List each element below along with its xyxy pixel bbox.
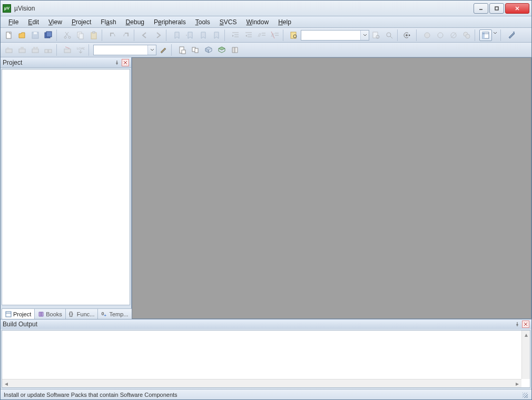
tab-functions[interactable]: {} Func...	[65, 308, 98, 319]
close-button[interactable]	[505, 3, 529, 14]
svg-rect-48	[6, 49, 12, 53]
new-file-button[interactable]	[3, 29, 15, 41]
menu-view[interactable]: View	[45, 17, 66, 27]
maximize-button[interactable]	[489, 3, 504, 14]
batch-build-button[interactable]	[42, 44, 55, 56]
window-title: µVision	[14, 5, 474, 12]
svg-rect-30	[291, 32, 296, 38]
svg-rect-8	[46, 32, 52, 37]
debug-session-button[interactable]	[402, 29, 415, 41]
target-options-button[interactable]	[157, 44, 170, 56]
window-layout-button[interactable]	[479, 29, 492, 41]
find-in-files-button[interactable]	[288, 29, 300, 41]
runtime-env-button[interactable]	[215, 44, 228, 56]
menu-help[interactable]: Help	[274, 17, 295, 27]
comment-button[interactable]: //	[255, 29, 268, 41]
save-button[interactable]	[29, 29, 42, 41]
project-tree[interactable]	[2, 69, 130, 305]
undo-button[interactable]	[106, 29, 119, 41]
save-all-button[interactable]	[42, 29, 55, 41]
chevron-down-icon[interactable]	[147, 45, 156, 55]
menu-window[interactable]: Window	[242, 17, 272, 27]
nav-back-button[interactable]	[139, 29, 151, 41]
menu-edit[interactable]: Edit	[24, 17, 43, 27]
menu-tools[interactable]: Tools	[192, 17, 214, 27]
build-output-text[interactable]: ▴ ◂ ▸	[2, 330, 530, 388]
titlebar[interactable]: µV µVision	[1, 1, 531, 16]
svg-rect-32	[373, 32, 378, 38]
window-layout-dropdown[interactable]	[492, 29, 499, 41]
bookmark-clear-button[interactable]	[210, 29, 223, 41]
bookmark-prev-button[interactable]	[184, 29, 196, 41]
menu-svcs[interactable]: SVCS	[216, 17, 241, 27]
build-output-header[interactable]: Build Output	[1, 319, 531, 329]
close-panel-button[interactable]	[122, 59, 129, 66]
app-window: µV µVision File Edit View Project Flash …	[0, 0, 532, 400]
incremental-find-button[interactable]	[383, 29, 396, 41]
find-next-button[interactable]	[370, 29, 382, 41]
target-combo[interactable]	[93, 45, 156, 55]
svg-line-57	[65, 47, 70, 48]
svg-rect-65	[6, 312, 11, 317]
outdent-button[interactable]	[242, 29, 255, 41]
find-combo[interactable]	[301, 30, 369, 41]
breakpoint-enable-button[interactable]	[434, 29, 447, 41]
breakpoint-kill-button[interactable]	[460, 29, 473, 41]
nav-forward-button[interactable]	[152, 29, 164, 41]
books-icon	[38, 311, 44, 317]
app-icon: µV	[3, 4, 11, 13]
menu-file[interactable]: File	[5, 17, 22, 27]
status-text: Install or update Software Packs that co…	[4, 392, 178, 398]
paste-button[interactable]	[87, 29, 100, 41]
tab-templates[interactable]: 0+ Temp...	[97, 308, 132, 319]
svg-rect-55	[48, 49, 52, 53]
cut-button[interactable]	[61, 29, 74, 41]
pack-installer-button[interactable]	[202, 44, 215, 56]
menu-project[interactable]: Project	[68, 17, 95, 27]
bookmark-toggle-button[interactable]	[171, 29, 183, 41]
close-panel-button[interactable]	[522, 321, 529, 328]
indent-button[interactable]	[229, 29, 242, 41]
svg-rect-49	[19, 49, 25, 53]
functions-icon: {}	[69, 311, 75, 317]
manage-multi-button[interactable]	[189, 44, 202, 56]
configure-button[interactable]	[505, 29, 518, 41]
pin-icon[interactable]	[514, 321, 521, 328]
svg-text://: //	[258, 33, 262, 38]
tab-books[interactable]: Books	[34, 308, 66, 319]
menu-debug[interactable]: Debug	[122, 17, 148, 27]
scroll-up-icon[interactable]: ▴	[522, 331, 530, 339]
copy-button[interactable]	[74, 29, 87, 41]
editor-area[interactable]	[132, 57, 531, 319]
minimize-button[interactable]	[474, 3, 488, 14]
bookmark-next-button[interactable]	[197, 29, 210, 41]
file-ext-button[interactable]	[176, 44, 189, 56]
redo-button[interactable]	[120, 29, 132, 41]
resize-grip-icon[interactable]	[521, 391, 528, 398]
download-button[interactable]: LOAD	[74, 44, 87, 56]
stop-build-button[interactable]	[61, 44, 74, 56]
translate-button[interactable]	[3, 44, 15, 56]
menu-peripherals[interactable]: Peripherals	[150, 17, 190, 27]
open-file-button[interactable]	[16, 29, 28, 41]
build-button[interactable]	[16, 44, 28, 56]
pin-icon[interactable]	[113, 59, 121, 66]
project-panel-header[interactable]: Project	[1, 57, 131, 68]
rebuild-button[interactable]	[29, 44, 42, 56]
toolbar-separator	[166, 29, 169, 41]
svg-rect-51	[32, 49, 38, 53]
menu-flash[interactable]: Flash	[97, 17, 120, 27]
tab-project[interactable]: Project	[2, 308, 35, 319]
chevron-down-icon[interactable]	[360, 31, 369, 40]
tab-label: Func...	[77, 311, 95, 317]
books-manage-button[interactable]	[229, 44, 241, 56]
breakpoint-disable-button[interactable]	[447, 29, 460, 41]
svg-rect-16	[93, 32, 95, 33]
scroll-left-icon[interactable]: ◂	[2, 379, 11, 388]
scrollbar-vertical[interactable]: ▴	[521, 331, 530, 379]
breakpoint-insert-button[interactable]	[421, 29, 434, 41]
scrollbar-horizontal[interactable]: ◂ ▸	[2, 379, 521, 387]
uncomment-button[interactable]: //	[269, 29, 281, 41]
svg-rect-62	[195, 48, 198, 53]
scroll-right-icon[interactable]: ▸	[513, 379, 521, 388]
